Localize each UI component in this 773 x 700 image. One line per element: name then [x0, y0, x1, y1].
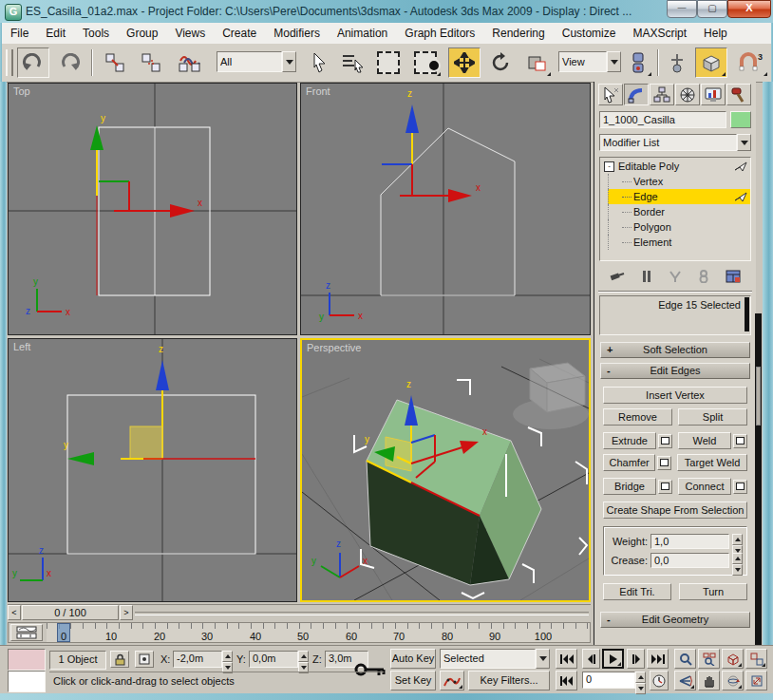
y-coord-field[interactable]: 0,0m [249, 651, 298, 668]
tab-create[interactable] [598, 84, 623, 105]
x-coord-field[interactable]: -2,0m [173, 651, 222, 668]
zoom-extents-button[interactable] [722, 649, 744, 669]
select-and-move-button[interactable] [448, 47, 481, 78]
rollout-edit-edges[interactable]: - Edit Edges [600, 363, 750, 379]
time-configuration-button[interactable] [650, 671, 669, 691]
previous-frame-button[interactable] [582, 649, 600, 669]
tab-display[interactable] [701, 84, 726, 105]
viewport-perspective[interactable]: z y x z y x Perspective [300, 338, 591, 602]
turn-button[interactable]: Turn [679, 583, 747, 600]
selection-status-scrollbar[interactable] [745, 297, 749, 331]
stack-item-edge-selected[interactable]: Edge [608, 189, 750, 204]
weight-field[interactable]: 1,0 [650, 534, 729, 549]
tab-motion[interactable] [675, 84, 700, 105]
key-mode-toggle-button[interactable] [440, 671, 464, 691]
stack-item-border[interactable]: Border [608, 204, 750, 219]
use-pivot-center-button[interactable] [625, 47, 653, 78]
toolbar-grip[interactable] [6, 49, 13, 76]
make-unique-icon[interactable] [669, 270, 682, 283]
remove-button[interactable]: Remove [603, 408, 672, 426]
track-bar-ruler[interactable]: 0 10 20 30 40 50 60 70 80 90 100 [47, 623, 590, 642]
stack-item-vertex[interactable]: Vertex [608, 174, 750, 189]
split-button[interactable]: Split [678, 408, 747, 426]
menu-customize[interactable]: Customize [554, 24, 625, 43]
viewport-front[interactable]: z x z x y Front [300, 83, 591, 335]
select-object-button[interactable] [304, 47, 334, 78]
key-mode-arrow[interactable] [536, 649, 550, 669]
selection-lock-toggle[interactable] [110, 651, 129, 668]
select-and-scale-button[interactable] [520, 47, 553, 78]
arc-rotate-button[interactable] [722, 671, 744, 691]
select-and-manipulate-button[interactable] [663, 47, 691, 78]
menu-group[interactable]: Group [118, 24, 166, 43]
menu-help[interactable]: Help [695, 24, 736, 43]
weld-button[interactable]: Weld [678, 432, 731, 449]
current-frame-spinner[interactable] [635, 672, 646, 689]
ref-coord-system-arrow[interactable] [607, 51, 621, 72]
set-key-button[interactable]: Set Key [390, 671, 436, 691]
viewport-top-label[interactable]: Top [13, 85, 30, 97]
modifier-list-dropdown[interactable]: Modifier List [599, 134, 751, 151]
viewport-front-label[interactable]: Front [306, 85, 330, 97]
command-panel-scrollbar-thumb[interactable] [756, 367, 761, 426]
pan-button[interactable] [698, 671, 720, 691]
menu-rendering[interactable]: Rendering [483, 24, 553, 43]
absolute-offset-toggle[interactable] [135, 651, 154, 668]
maxscript-listener-input[interactable] [8, 671, 46, 692]
menu-animation[interactable]: Animation [329, 24, 396, 43]
current-frame-field[interactable]: 0 [582, 672, 635, 689]
chamfer-settings-button[interactable] [657, 456, 671, 470]
stack-item-element[interactable]: Element [608, 235, 750, 250]
bind-to-space-warp-button[interactable] [171, 47, 209, 78]
menu-maxscript[interactable]: MAXScript [624, 24, 695, 43]
field-of-view-button[interactable] [674, 671, 696, 691]
redo-button[interactable] [53, 47, 85, 78]
open-mini-curve-editor-button[interactable] [10, 624, 43, 641]
weld-settings-button[interactable] [733, 434, 747, 448]
next-frame-button[interactable] [627, 649, 645, 669]
time-slider-track[interactable] [135, 612, 589, 615]
viewport-left[interactable]: z y z y x Left [8, 338, 297, 602]
y-coord-spinner[interactable] [298, 651, 309, 668]
viewport-top[interactable]: y x y x z Top [8, 83, 297, 335]
crease-spinner[interactable] [732, 553, 743, 568]
selection-filter-dropdown[interactable]: All [217, 51, 296, 72]
menu-graph-editors[interactable]: Graph Editors [396, 24, 483, 43]
menu-file[interactable]: File [2, 24, 37, 43]
time-slider-handle[interactable]: 0 / 100 [22, 605, 119, 620]
stack-expand-box[interactable]: - [604, 161, 614, 172]
tab-utilities[interactable] [726, 84, 751, 105]
tab-hierarchy[interactable] [650, 84, 674, 105]
connect-button[interactable]: Connect [678, 478, 731, 495]
command-panel-scrollbar[interactable] [755, 313, 762, 645]
chamfer-button[interactable]: Chamfer [603, 454, 655, 471]
go-to-start-button[interactable] [556, 649, 577, 669]
rollout-soft-selection[interactable]: + Soft Selection [600, 342, 750, 358]
key-filters-button[interactable]: Key Filters... [468, 671, 550, 691]
show-end-result-icon[interactable] [641, 270, 652, 283]
stack-item-editable-poly[interactable]: - Editable Poly [600, 159, 750, 174]
auto-key-button[interactable]: Auto Key [390, 649, 436, 669]
menu-create[interactable]: Create [214, 24, 265, 43]
ref-coord-system-dropdown[interactable]: View [558, 51, 621, 72]
viewport-left-label[interactable]: Left [13, 341, 30, 352]
edit-tri-button[interactable]: Edit Tri. [603, 583, 671, 600]
bridge-settings-button[interactable] [658, 480, 672, 494]
modifier-list-arrow[interactable] [737, 134, 751, 151]
bridge-button[interactable]: Bridge [603, 478, 656, 495]
insert-vertex-button[interactable]: Insert Vertex [603, 387, 747, 404]
close-button[interactable]: X [727, 0, 771, 18]
select-and-rotate-button[interactable] [484, 47, 517, 78]
x-coord-spinner[interactable] [222, 651, 233, 668]
rectangular-selection-region-button[interactable] [372, 47, 405, 78]
time-slider-next-button[interactable]: > [120, 605, 133, 620]
stack-item-polygon[interactable]: Polygon [608, 219, 750, 235]
tab-modify[interactable] [624, 84, 649, 105]
window-crossing-toggle-button[interactable] [408, 47, 443, 78]
select-by-name-button[interactable] [336, 47, 368, 78]
pin-stack-icon[interactable] [610, 270, 625, 283]
select-and-link-button[interactable] [99, 47, 131, 78]
object-name-field[interactable]: 1_1000_Casilla [599, 111, 726, 128]
maximize-button[interactable]: ▢ [697, 0, 727, 18]
title-bar[interactable]: G ES_Casilla_01a2.max - Project Folder: … [0, 0, 773, 24]
